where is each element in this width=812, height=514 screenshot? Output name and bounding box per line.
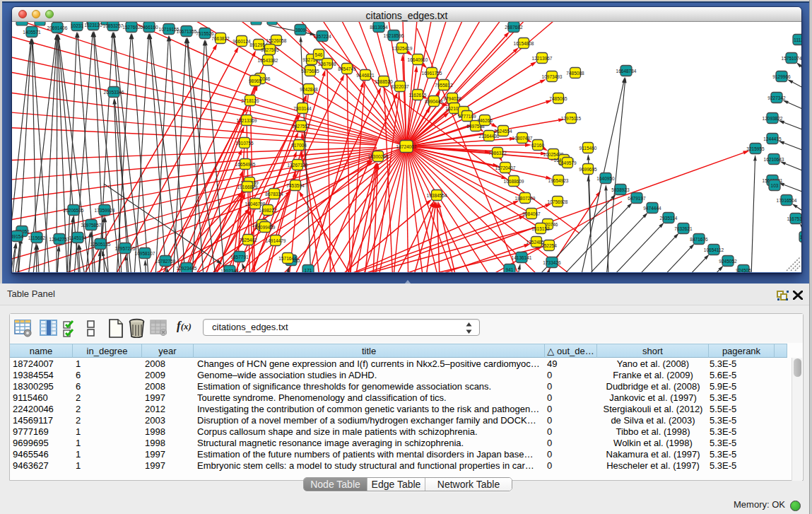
svg-text:1588520: 1588520 (375, 79, 393, 84)
svg-text:16640910: 16640910 (408, 57, 428, 62)
svg-text:10756928: 10756928 (548, 199, 568, 204)
svg-text:19166829: 19166829 (237, 185, 258, 189)
svg-text:13267130: 13267130 (288, 163, 308, 168)
svg-text:1615152: 1615152 (531, 226, 550, 231)
svg-text:7955812: 7955812 (435, 83, 453, 88)
svg-text:546: 546 (315, 52, 323, 57)
svg-text:9827505: 9827505 (261, 47, 279, 52)
svg-text:6479197: 6479197 (628, 196, 646, 201)
svg-text:7803144: 7803144 (293, 106, 312, 111)
svg-text:14099489: 14099489 (255, 225, 276, 230)
svg-text:7357224: 7357224 (313, 34, 331, 39)
svg-text:17359924: 17359924 (95, 208, 115, 213)
svg-text:1145194: 1145194 (69, 235, 87, 240)
svg-text:12942757: 12942757 (49, 237, 70, 242)
svg-text:20206535: 20206535 (64, 208, 84, 213)
svg-text:9227342: 9227342 (767, 95, 786, 100)
svg-text:8678334: 8678334 (265, 192, 283, 197)
svg-text:1202344: 1202344 (220, 269, 239, 273)
svg-text:19654923: 19654923 (548, 178, 569, 183)
svg-text:18807249: 18807249 (515, 196, 536, 201)
svg-text:62160: 62160 (531, 143, 544, 148)
svg-text:1023120: 1023120 (84, 23, 102, 28)
svg-text:17016504: 17016504 (777, 198, 797, 203)
svg-text:16543382: 16543382 (258, 58, 278, 63)
svg-text:252254: 252254 (541, 243, 557, 248)
svg-text:7632621: 7632621 (674, 226, 693, 231)
svg-text:7453594: 7453594 (286, 183, 305, 188)
svg-text:20691406: 20691406 (47, 25, 68, 30)
svg-text:12505135: 12505135 (90, 242, 111, 247)
svg-text:16210643: 16210643 (764, 157, 784, 162)
svg-text:13325419: 13325419 (392, 46, 413, 51)
svg-text:16654945: 16654945 (235, 162, 256, 167)
svg-text:10853257: 10853257 (103, 23, 124, 28)
svg-text:12213967: 12213967 (532, 56, 553, 61)
svg-text:9129966: 9129966 (772, 74, 791, 79)
svg-text:7663822: 7663822 (211, 36, 230, 41)
svg-text:17957225: 17957225 (115, 246, 136, 251)
svg-text:10807487: 10807487 (512, 136, 533, 141)
svg-text:10958107: 10958107 (135, 251, 155, 256)
svg-text:7485065: 7485065 (549, 96, 567, 101)
svg-text:16648784: 16648784 (616, 69, 637, 74)
svg-text:3215955: 3215955 (746, 146, 765, 151)
svg-text:1244415: 1244415 (763, 136, 782, 141)
svg-text:9777169: 9777169 (458, 114, 476, 119)
svg-text:15720407: 15720407 (495, 165, 516, 170)
svg-text:10654112: 10654112 (704, 247, 724, 252)
svg-text:9115460: 9115460 (579, 146, 597, 151)
svg-text:16782759: 16782759 (155, 259, 176, 264)
svg-text:14136141: 14136141 (512, 255, 532, 260)
svg-text:3624554: 3624554 (494, 129, 512, 134)
svg-text:12093822: 12093822 (763, 116, 783, 121)
svg-text:10688609: 10688609 (504, 179, 524, 184)
svg-text:9146821: 9146821 (356, 73, 375, 78)
svg-text:1112: 1112 (794, 37, 801, 42)
svg-text:1167531: 1167531 (787, 216, 801, 221)
svg-text:14914479: 14914479 (266, 238, 286, 243)
svg-text:1010755: 1010755 (235, 141, 254, 146)
svg-text:9857791: 9857791 (230, 255, 249, 259)
svg-text:15226058: 15226058 (266, 38, 287, 43)
svg-text:8990448: 8990448 (425, 99, 443, 104)
svg-text:9660124: 9660124 (233, 39, 251, 44)
svg-text:9242848: 9242848 (300, 87, 318, 92)
svg-text:1162615: 1162615 (409, 93, 427, 98)
svg-text:2687682: 2687682 (505, 25, 523, 30)
svg-text:21364436: 21364436 (479, 134, 500, 139)
svg-text:9427552: 9427552 (292, 124, 310, 129)
svg-text:18300295: 18300295 (368, 154, 389, 159)
svg-text:7515526: 7515526 (196, 31, 214, 36)
svg-text:2718126: 2718126 (241, 98, 259, 103)
svg-text:8454749: 8454749 (338, 66, 356, 71)
svg-text:1498222: 1498222 (259, 208, 277, 213)
svg-text:26053346: 26053346 (104, 90, 124, 95)
svg-text:9794028: 9794028 (443, 96, 461, 101)
svg-text:16961755: 16961755 (422, 71, 442, 76)
svg-text:8471676: 8471676 (690, 237, 708, 242)
svg-text:1649579: 1649579 (558, 160, 577, 165)
svg-text:18724007: 18724007 (396, 144, 417, 149)
svg-text:19218596: 19218596 (384, 33, 404, 38)
svg-text:924505: 924505 (736, 268, 751, 273)
svg-text:171: 171 (305, 268, 312, 273)
svg-text:1405571: 1405571 (23, 30, 41, 35)
svg-text:9245052: 9245052 (719, 259, 737, 264)
svg-text:39154: 39154 (12, 234, 23, 239)
svg-text:12213369: 12213369 (237, 118, 257, 123)
svg-text:98965: 98965 (249, 78, 261, 83)
svg-text:9084067: 9084067 (522, 211, 541, 216)
svg-text:1640950: 1640950 (596, 176, 615, 181)
svg-text:19384554: 19384554 (427, 193, 447, 198)
svg-text:16046798: 16046798 (245, 201, 266, 206)
svg-text:10973493: 10973493 (542, 74, 563, 79)
svg-text:16154808: 16154808 (514, 41, 534, 46)
svg-text:1060: 1060 (800, 235, 801, 240)
svg-text:9474444: 9474444 (643, 206, 661, 211)
svg-text:6466160: 6466160 (140, 25, 158, 30)
svg-text:9699695: 9699695 (579, 167, 597, 172)
svg-text:15751074: 15751074 (782, 56, 801, 61)
svg-text:746266: 746266 (477, 118, 493, 123)
svg-text:7625402: 7625402 (239, 238, 257, 243)
